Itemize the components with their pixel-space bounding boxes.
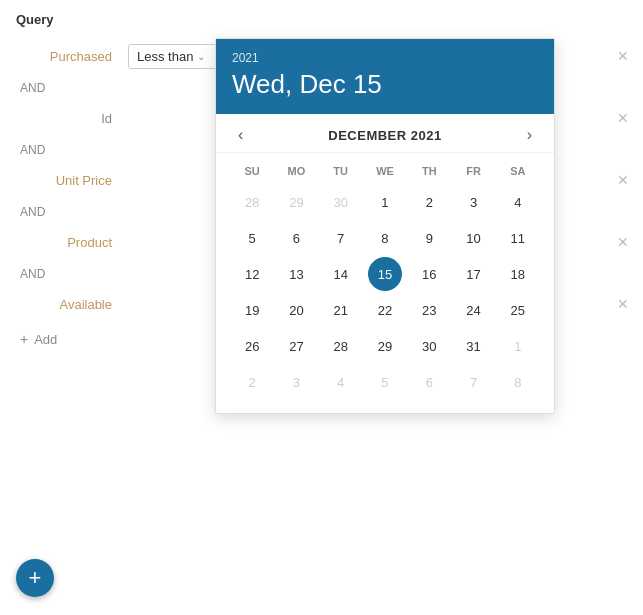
calendar-day-1-2[interactable]: 7 bbox=[324, 221, 358, 255]
purchased-remove-button[interactable]: ✕ bbox=[611, 46, 635, 66]
prev-month-button[interactable]: ‹ bbox=[230, 124, 251, 146]
calendar-day-4-6[interactable]: 1 bbox=[501, 329, 535, 363]
calendar-day-1-1[interactable]: 6 bbox=[279, 221, 313, 255]
weekday-su: SU bbox=[230, 161, 274, 181]
calendar-day-5-5[interactable]: 7 bbox=[457, 365, 491, 399]
unit-price-remove-button[interactable]: ✕ bbox=[611, 170, 635, 190]
calendar-day-4-5[interactable]: 31 bbox=[457, 329, 491, 363]
calendar-day-3-1[interactable]: 20 bbox=[279, 293, 313, 327]
weekday-sa: SA bbox=[496, 161, 540, 181]
product-field-label: Product bbox=[20, 235, 120, 250]
calendar-nav: ‹ DECEMBER 2021 › bbox=[216, 114, 554, 153]
calendar-grid: SU MO TU WE TH FR SA 2829301234567891011… bbox=[216, 153, 554, 413]
weekday-th: TH bbox=[407, 161, 451, 181]
next-month-button[interactable]: › bbox=[519, 124, 540, 146]
available-remove-button[interactable]: ✕ bbox=[611, 294, 635, 314]
calendar-day-4-2[interactable]: 28 bbox=[324, 329, 358, 363]
calendar-day-0-1[interactable]: 29 bbox=[279, 185, 313, 219]
calendar-day-1-6[interactable]: 11 bbox=[501, 221, 535, 255]
calendar-day-3-3[interactable]: 22 bbox=[368, 293, 402, 327]
weekday-we: WE bbox=[363, 161, 407, 181]
add-label: Add bbox=[34, 332, 57, 347]
weekday-tu: TU bbox=[319, 161, 363, 181]
calendar-day-2-5[interactable]: 17 bbox=[457, 257, 491, 291]
query-title: Query bbox=[12, 12, 643, 27]
calendar-day-3-6[interactable]: 25 bbox=[501, 293, 535, 327]
calendar-day-2-6[interactable]: 18 bbox=[501, 257, 535, 291]
add-plus-icon: + bbox=[20, 331, 28, 347]
calendar-day-2-2[interactable]: 14 bbox=[324, 257, 358, 291]
calendar-day-5-2[interactable]: 4 bbox=[324, 365, 358, 399]
calendar-day-4-0[interactable]: 26 bbox=[235, 329, 269, 363]
calendar-header: 2021 Wed, Dec 15 bbox=[216, 39, 554, 114]
calendar-day-3-2[interactable]: 21 bbox=[324, 293, 358, 327]
calendar-day-4-1[interactable]: 27 bbox=[279, 329, 313, 363]
weekday-fr: FR bbox=[451, 161, 495, 181]
calendar-day-1-3[interactable]: 8 bbox=[368, 221, 402, 255]
calendar-day-2-3[interactable]: 15 bbox=[368, 257, 402, 291]
calendar-popup: 2021 Wed, Dec 15 ‹ DECEMBER 2021 › SU MO… bbox=[215, 38, 555, 414]
calendar-day-1-0[interactable]: 5 bbox=[235, 221, 269, 255]
calendar-day-1-5[interactable]: 10 bbox=[457, 221, 491, 255]
calendar-month-year: DECEMBER 2021 bbox=[328, 128, 441, 143]
fab-button[interactable]: + bbox=[16, 559, 54, 597]
fab-plus-icon: + bbox=[29, 565, 42, 591]
calendar-day-2-4[interactable]: 16 bbox=[412, 257, 446, 291]
calendar-day-4-4[interactable]: 30 bbox=[412, 329, 446, 363]
calendar-day-title: Wed, Dec 15 bbox=[232, 69, 538, 100]
calendar-day-0-2[interactable]: 30 bbox=[324, 185, 358, 219]
available-field-label: Available bbox=[20, 297, 120, 312]
calendar-day-5-1[interactable]: 3 bbox=[279, 365, 313, 399]
calendar-day-0-6[interactable]: 4 bbox=[501, 185, 535, 219]
calendar-day-2-1[interactable]: 13 bbox=[279, 257, 313, 291]
chevron-down-icon: ⌄ bbox=[197, 51, 205, 62]
calendar-day-5-6[interactable]: 8 bbox=[501, 365, 535, 399]
calendar-day-0-3[interactable]: 1 bbox=[368, 185, 402, 219]
page-container: Query Purchased Less than ⌄ 15-Dec-21 📅 … bbox=[0, 0, 643, 615]
product-remove-button[interactable]: ✕ bbox=[611, 232, 635, 252]
calendar-day-5-4[interactable]: 6 bbox=[412, 365, 446, 399]
id-remove-button[interactable]: ✕ bbox=[611, 108, 635, 128]
calendar-day-4-3[interactable]: 29 bbox=[368, 329, 402, 363]
calendar-day-2-0[interactable]: 12 bbox=[235, 257, 269, 291]
purchased-operator-value: Less than bbox=[137, 49, 193, 64]
calendar-day-1-4[interactable]: 9 bbox=[412, 221, 446, 255]
weekday-mo: MO bbox=[274, 161, 318, 181]
calendar-day-0-4[interactable]: 2 bbox=[412, 185, 446, 219]
calendar-day-0-0[interactable]: 28 bbox=[235, 185, 269, 219]
calendar-day-3-0[interactable]: 19 bbox=[235, 293, 269, 327]
id-field-label: Id bbox=[20, 111, 120, 126]
unit-price-field-label: Unit Price bbox=[20, 173, 120, 188]
calendar-day-5-0[interactable]: 2 bbox=[235, 365, 269, 399]
calendar-day-0-5[interactable]: 3 bbox=[457, 185, 491, 219]
calendar-weekdays: SU MO TU WE TH FR SA bbox=[230, 161, 540, 181]
calendar-days: 2829301234567891011121314151617181920212… bbox=[230, 185, 540, 399]
calendar-day-3-5[interactable]: 24 bbox=[457, 293, 491, 327]
calendar-day-5-3[interactable]: 5 bbox=[368, 365, 402, 399]
purchased-field-label: Purchased bbox=[20, 49, 120, 64]
calendar-day-3-4[interactable]: 23 bbox=[412, 293, 446, 327]
calendar-year: 2021 bbox=[232, 51, 538, 65]
